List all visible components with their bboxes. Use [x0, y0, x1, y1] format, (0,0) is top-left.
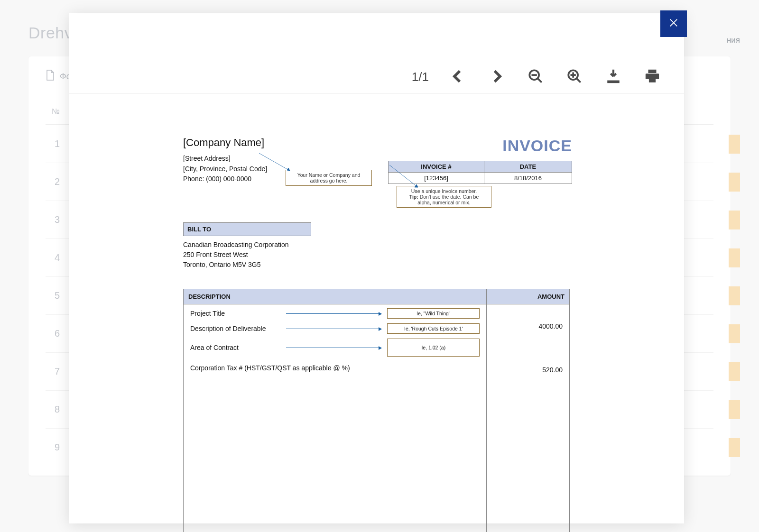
company-street: [Street Address]: [183, 154, 267, 164]
download-button[interactable]: [603, 67, 623, 87]
row-stripe: [729, 438, 740, 457]
line-label: Description of Deliverable: [190, 325, 280, 332]
document-page: [Company Name] [Street Address] [City, P…: [164, 108, 591, 511]
file-icon: [46, 70, 55, 83]
download-icon: [605, 68, 621, 86]
annotation-company: Your Name or Company and address go here…: [286, 170, 372, 186]
row-num: 7: [46, 366, 60, 377]
row-num: 4: [46, 252, 60, 263]
zoom-out-icon: [528, 68, 544, 86]
line-label: Project Title: [190, 310, 280, 317]
row-stripe: [729, 362, 740, 381]
row-stripe: [729, 324, 740, 343]
row-num: 6: [46, 328, 60, 339]
chevron-right-icon: [489, 68, 505, 86]
line-hint: Ie, 1.02 (a): [387, 339, 480, 357]
row-stripe: [729, 286, 740, 305]
row-num: 2: [46, 176, 60, 187]
amount-value: 520.00: [493, 366, 563, 374]
row-num: 9: [46, 442, 60, 453]
arrow-right-icon: [286, 313, 381, 314]
company-city: [City, Province, Postal Code]: [183, 164, 267, 174]
bill-to-line: 250 Front Street West: [183, 250, 572, 260]
arrow-right-icon: [286, 348, 381, 348]
bill-to-line: Toronto, Ontario M5V 3G5: [183, 260, 572, 270]
th-description: DESCRIPTION: [184, 289, 487, 304]
preview-modal: 1/1 [Company Name] [Street Address]: [69, 13, 684, 523]
zoom-in-button[interactable]: [565, 67, 584, 87]
bg-right-fragment: ния: [727, 36, 740, 45]
amount-value: 4000.00: [493, 322, 563, 330]
annotation-arrow-icon: [257, 151, 295, 174]
viewer-toolbar: 1/1: [69, 61, 684, 94]
close-icon: [668, 18, 679, 30]
td-amount: 4000.00 520.00: [487, 304, 570, 532]
col-num-header: №: [46, 107, 60, 116]
row-stripe: [729, 248, 740, 267]
bill-to-header: BILL TO: [183, 222, 311, 236]
print-icon: [644, 68, 660, 86]
company-name: [Company Name]: [183, 137, 267, 149]
row-num: 8: [46, 404, 60, 415]
chevron-left-icon: [450, 68, 466, 86]
row-num: 1: [46, 138, 60, 149]
description-table: DESCRIPTION AMOUNT Project Title Ie, "Wi…: [183, 289, 570, 532]
line-label: Area of Contract: [190, 344, 280, 351]
next-page-button[interactable]: [487, 67, 507, 87]
zoom-in-icon: [566, 68, 583, 86]
row-stripe: [729, 135, 740, 154]
th-date: DATE: [484, 161, 572, 173]
bill-to-line: Canadian Broadcasting Corporation: [183, 240, 572, 250]
print-button[interactable]: [642, 67, 662, 87]
row-num: 3: [46, 214, 60, 225]
annotation-arrow-icon: [387, 163, 425, 191]
close-button[interactable]: [660, 10, 687, 37]
row-stripe: [729, 173, 740, 192]
zoom-out-button[interactable]: [526, 67, 546, 87]
invoice-title: INVOICE: [382, 137, 572, 155]
td-description: Project Title Ie, "Wild Thing" Descripti…: [184, 304, 487, 532]
row-num: 5: [46, 290, 60, 301]
prev-page-button[interactable]: [448, 67, 468, 87]
row-stripe: [729, 211, 740, 229]
line-hint: Ie, 'Rough Cuts Episode 1': [387, 323, 480, 334]
tax-line: Corporation Tax # (HST/GST/QST as applic…: [190, 364, 480, 372]
company-phone: Phone: (000) 000-0000: [183, 174, 267, 184]
arrow-right-icon: [286, 329, 381, 329]
line-hint: Ie, "Wild Thing": [387, 308, 480, 319]
row-stripe: [729, 400, 740, 419]
td-date: 8/18/2016: [484, 173, 572, 184]
page-counter: 1/1: [412, 70, 429, 84]
th-amount: AMOUNT: [487, 289, 570, 304]
